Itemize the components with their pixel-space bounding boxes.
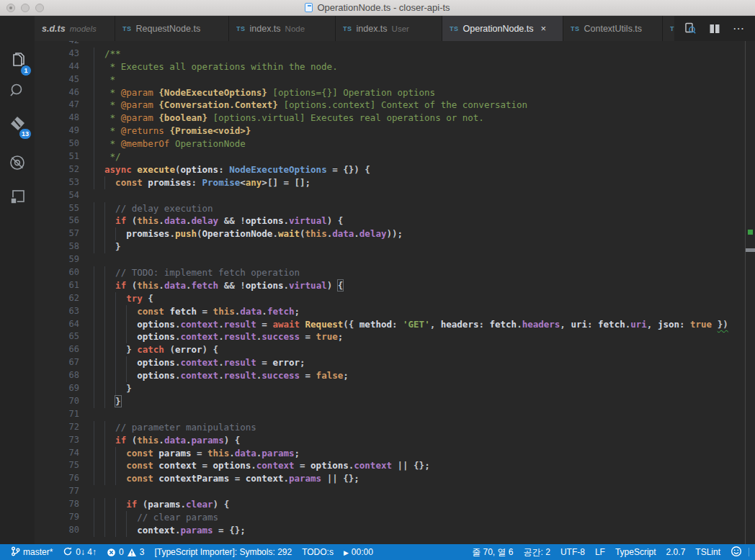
statusbar-indentation[interactable]: 공간: 2 xyxy=(519,544,555,560)
statusbar-tslint[interactable]: TSLint xyxy=(690,544,725,560)
activitybar-extensions[interactable] xyxy=(0,183,35,212)
indent-guide xyxy=(94,137,94,150)
indent-guide xyxy=(104,227,105,240)
line-content: async execute(options: NodeExecuteOption… xyxy=(94,163,745,176)
code-line[interactable]: 54 xyxy=(35,189,745,202)
minimize-window-button[interactable] xyxy=(21,4,30,12)
activitybar-explorer[interactable]: 1 xyxy=(0,46,35,75)
code-line[interactable]: 53 const promises: Promise<any>[] = []; xyxy=(35,176,745,189)
code-line[interactable]: 45 * xyxy=(35,73,745,86)
statusbar-cursor-position[interactable]: 줄 70, 열 6 xyxy=(467,544,518,560)
code-line[interactable]: 75 const context = options.context = opt… xyxy=(35,459,745,472)
more-actions-icon[interactable]: ⋯ xyxy=(732,22,746,36)
statusbar-language-mode[interactable]: TypeScript xyxy=(610,544,661,560)
indent-guide xyxy=(126,318,127,331)
code-line[interactable]: 76 const contextParams = context.params … xyxy=(35,472,745,485)
tab-models-d-ts[interactable]: s.d.tsmodels xyxy=(35,16,115,41)
code-line[interactable]: 72 // parameter manipulations xyxy=(35,421,745,434)
statusbar-problems[interactable]: 03 xyxy=(102,544,149,560)
zoom-window-button[interactable] xyxy=(35,4,44,12)
code-line[interactable]: 60 // TODO: implement fetch operation xyxy=(35,266,745,279)
line-number: 70 xyxy=(35,395,79,408)
activitybar-search[interactable] xyxy=(0,76,35,105)
indent-guide xyxy=(104,240,105,253)
tab-operationnode-ts[interactable]: TSOperationNode.ts× xyxy=(442,16,563,41)
code-line[interactable]: 68 options.context.result.success = fals… xyxy=(35,369,745,382)
code-line[interactable]: 69 } xyxy=(35,382,745,395)
file-proxy-icon[interactable] xyxy=(305,3,313,12)
code-line[interactable]: 59 xyxy=(35,253,745,266)
indent-guide xyxy=(115,305,116,318)
code-line[interactable]: 65 options.context.result.success = true… xyxy=(35,330,745,343)
code-line[interactable]: 71 xyxy=(35,408,745,421)
code-line[interactable]: 46 * @param {NodeExecuteOptions} [option… xyxy=(35,86,745,99)
close-window-button[interactable] xyxy=(6,4,15,12)
code-line[interactable]: 73 if (this.data.params) { xyxy=(35,434,745,447)
tab-contextutils-ts[interactable]: TSContextUtils.ts xyxy=(563,16,663,41)
statusbar-ts-version[interactable]: 2.0.7 xyxy=(661,544,691,560)
line-content: options.context.result = await Request({… xyxy=(94,318,745,331)
code-line[interactable]: 44 * Executes all operations within the … xyxy=(35,60,745,73)
code-line[interactable]: 56 if (this.data.delay && !options.virtu… xyxy=(35,214,745,227)
code-line[interactable]: 51 */ xyxy=(35,150,745,163)
code-line[interactable]: 78 if (params.clear) { xyxy=(35,498,745,511)
code-line[interactable]: 79 // clear params xyxy=(35,511,745,524)
code-line[interactable]: 74 const params = this.data.params; xyxy=(35,447,745,460)
code-line[interactable]: 66 } catch (error) { xyxy=(35,343,745,356)
indent-guide xyxy=(94,214,94,227)
statusbar-timer[interactable]: ▶00:00 xyxy=(339,544,378,560)
statusbar-text: 0↓ 4↑ xyxy=(76,547,97,557)
code-line[interactable]: 64 options.context.result = await Reques… xyxy=(35,318,745,331)
line-number: 73 xyxy=(35,434,79,447)
code-line[interactable]: 63 const fetch = this.data.fetch; xyxy=(35,305,745,318)
code-line[interactable]: 50 * @memberOf OperationNode xyxy=(35,137,745,150)
code-line[interactable]: 70 } xyxy=(35,395,745,408)
indent-guide xyxy=(104,305,105,318)
indent-guide xyxy=(104,343,105,356)
close-tab-icon[interactable]: × xyxy=(541,23,547,34)
code-line[interactable]: 42 xyxy=(35,41,745,48)
code-line[interactable]: 58 } xyxy=(35,240,745,253)
line-number: 45 xyxy=(35,73,79,86)
line-number: 76 xyxy=(35,472,79,485)
indent-guide xyxy=(94,163,94,176)
code-line[interactable]: 49 * @returns {Promise<void>} xyxy=(35,125,745,137)
code-line[interactable]: 67 options.context.result = error; xyxy=(35,356,745,369)
line-content: // TODO: implement fetch operation xyxy=(94,266,745,279)
line-number: 66 xyxy=(35,343,79,356)
code-line[interactable]: 43 /** xyxy=(35,48,745,60)
activitybar-debug[interactable] xyxy=(0,148,35,177)
code-line[interactable]: 61 if (this.data.fetch && !options.virtu… xyxy=(35,279,745,292)
statusbar-ts-importer[interactable]: [TypeScript Importer]: Symbols: 292 xyxy=(149,544,297,560)
activitybar-source-control[interactable]: 13 xyxy=(0,109,35,138)
play-icon: ▶ xyxy=(344,547,349,557)
code-line[interactable]: 80 context.params = {}; xyxy=(35,524,745,537)
code-line[interactable]: 62 try { xyxy=(35,292,745,305)
split-editor-icon[interactable] xyxy=(707,22,722,36)
open-preview-icon[interactable] xyxy=(683,22,697,36)
statusbar-eol[interactable]: LF xyxy=(590,544,610,560)
indent-guide xyxy=(104,318,105,331)
tab-requestnode-ts[interactable]: TSRequestNode.ts xyxy=(115,16,229,41)
activity-bar: 113 xyxy=(0,16,35,544)
code-editor[interactable]: 4243 /**44 * Executes all operations wit… xyxy=(35,41,745,544)
line-number: 64 xyxy=(35,318,79,331)
statusbar-git-branch[interactable]: master* xyxy=(6,544,58,560)
tab-index-ts-user[interactable]: TSindex.tsUser xyxy=(336,16,442,41)
code-line[interactable]: 52 async execute(options: NodeExecuteOpt… xyxy=(35,163,745,176)
code-line[interactable]: 57 promises.push(OperationNode.wait(this… xyxy=(35,227,745,240)
code-line[interactable]: 48 * @param {boolean} [options.virtual] … xyxy=(35,112,745,125)
statusbar-sync[interactable]: 0↓ 4↑ xyxy=(58,544,102,560)
indent-guide xyxy=(104,421,105,434)
code-line[interactable]: 47 * @param {Conversation.Context} [opti… xyxy=(35,99,745,112)
indent-guide xyxy=(104,447,105,460)
code-line[interactable]: 77 xyxy=(35,485,745,498)
scrollbar-overview-ruler[interactable] xyxy=(745,41,755,544)
statusbar-encoding[interactable]: UTF-8 xyxy=(555,544,590,560)
code-line[interactable]: 55 // delay execution xyxy=(35,202,745,215)
tab-description: models xyxy=(70,24,97,33)
statusbar-feedback[interactable] xyxy=(725,544,747,560)
tab-index-ts-node[interactable]: TSindex.tsNode xyxy=(229,16,336,41)
indent-guide xyxy=(115,498,116,511)
statusbar-todo[interactable]: TODO:s xyxy=(297,544,339,560)
